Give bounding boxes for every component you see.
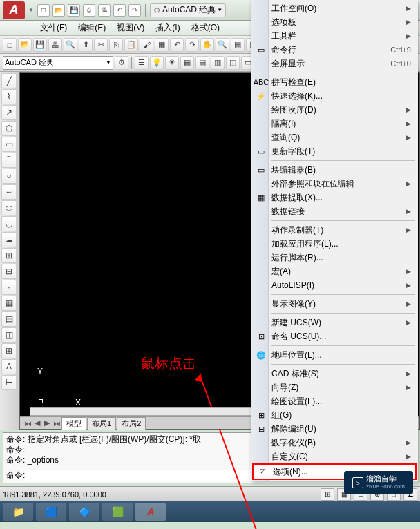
block-button[interactable]: ▦ [155,38,169,52]
menu-insert[interactable]: 插入(I) [150,21,185,35]
task-app3[interactable]: 🔷 [69,503,99,521]
undo-icon[interactable]: ↶ [113,4,126,17]
polygon-tool[interactable]: ⬠ [1,121,17,136]
menu-item[interactable]: CAD 标准(S)▶ [252,367,417,381]
ellipse-tool[interactable]: ⬭ [1,200,17,215]
print-icon[interactable]: 🖶 [98,4,111,17]
menu-item[interactable]: 工具栏▶ [252,29,417,43]
menu-item[interactable]: 向导(Z)▶ [252,381,417,394]
prop3-button[interactable]: ▥ [211,56,225,70]
copy-button[interactable]: ⎘ [109,38,123,52]
menu-item[interactable]: 绘图次序(D)▶ [252,103,417,117]
menu-item[interactable]: 显示图像(Y)▶ [252,297,417,311]
redo-button[interactable]: ↷ [185,38,199,52]
menu-item[interactable]: 绘图设置(F)... [252,394,417,408]
zoom-button[interactable]: 🔍 [216,38,229,52]
sheet-button[interactable]: ▤ [231,38,245,52]
workspace-selector[interactable]: ⚙ AutoCAD 经典 ▼ [150,3,226,17]
prop2-button[interactable]: ▤ [195,56,209,70]
publish-button[interactable]: ⬆ [79,38,93,52]
menu-item[interactable]: 查询(Q)▶ [252,131,417,144]
menu-item[interactable]: ⊞组(G) [252,408,417,422]
dim-tool[interactable]: ⊢ [1,375,17,390]
insert-block-tool[interactable]: ⊞ [1,248,17,263]
menu-item[interactable]: 🌐地理位置(L)... [252,348,417,362]
spline-tool[interactable]: ～ [1,184,17,200]
menu-item[interactable]: 新建 UCS(W)▶ [252,316,417,329]
task-app4[interactable]: 🟩 [102,503,133,521]
region-tool[interactable]: ◫ [1,327,17,343]
tab-first[interactable]: ⏮ [23,419,32,428]
menu-file[interactable]: 文件(F) [35,21,73,35]
redo-icon[interactable]: ↷ [128,4,141,17]
cut-button[interactable]: ✂ [94,38,108,52]
menu-item[interactable]: 数据链接▶ [252,204,417,218]
circle-tool[interactable]: ○ [1,169,17,184]
menu-item[interactable]: 全屏显示Ctrl+0 [252,57,417,70]
plot-button[interactable]: 🖶 [48,38,62,52]
app-menu-dropdown[interactable]: ▼ [28,1,35,19]
menu-item[interactable]: ⊟解除编组(U) [252,422,417,436]
hatch-tool[interactable]: ▦ [1,296,17,311]
save-icon[interactable]: 💾 [68,4,80,17]
snap-toggle[interactable]: ⊞ [321,488,334,501]
menu-item[interactable]: ▭块编辑器(B) [252,163,417,177]
menu-item[interactable]: 数字化仪(B)▶ [252,436,417,450]
ray-tool[interactable]: ↗ [1,105,17,120]
arc-tool[interactable]: ⌒ [1,153,17,168]
tab-next[interactable]: ▶ [42,419,52,428]
prop-button[interactable]: ▦ [180,56,194,70]
menu-item[interactable]: 外部参照和块在位编辑▶ [252,177,417,191]
tab-layout1[interactable]: 布局1 [87,417,116,430]
open-icon[interactable]: 📂 [52,4,65,17]
task-explorer[interactable]: 📁 [3,503,33,521]
saveas-icon[interactable]: ⎙ [83,4,95,17]
gradient-tool[interactable]: ▤ [1,311,17,327]
menu-item[interactable]: 宏(A)▶ [252,264,417,278]
prop4-button[interactable]: ◫ [226,56,240,70]
table-tool[interactable]: ⊞ [1,343,17,358]
menu-item[interactable]: 动作录制器(T)▶ [252,223,417,237]
ws-settings-button[interactable]: ⚙ [115,56,128,70]
menu-view[interactable]: 视图(V) [111,21,150,35]
app-logo[interactable]: A [3,1,25,19]
menu-item[interactable]: 运行脚本(R)... [252,251,417,264]
tab-prev[interactable]: ◀ [32,419,42,428]
workspace-combo[interactable]: AutoCAD 经典 ▼ [3,56,113,70]
new-icon[interactable]: □ [37,4,50,17]
new-button[interactable]: □ [3,38,17,52]
text-tool[interactable]: A [1,359,17,374]
menu-item[interactable]: ABC拼写检查(E) [252,75,417,89]
undo-button[interactable]: ↶ [170,38,184,52]
pan-button[interactable]: ✋ [200,38,214,52]
save-button[interactable]: 💾 [33,38,47,52]
match-button[interactable]: 🖌 [140,38,153,52]
polyline-tool[interactable]: ⌇ [1,89,17,104]
menu-item[interactable]: 选项板▶ [252,15,417,29]
layer-button[interactable]: ☰ [135,56,149,70]
menu-item[interactable]: ▦数据提取(X)... [252,191,417,204]
tab-layout2[interactable]: 布局2 [117,417,146,430]
menu-item[interactable]: 隔离(I)▶ [252,117,417,131]
line-tool[interactable]: ╱ [1,73,17,88]
menu-item[interactable]: 加载应用程序(L)... [252,237,417,251]
light-button[interactable]: 💡 [150,56,164,70]
ellipse-arc-tool[interactable]: ◡ [1,216,17,231]
menu-item[interactable]: ⚡快速选择(K)... [252,89,417,103]
open-button[interactable]: 📂 [18,38,32,52]
make-block-tool[interactable]: ⊟ [1,264,17,279]
point-tool[interactable]: · [1,280,17,295]
task-app2[interactable]: 🟦 [36,503,66,521]
menu-item[interactable]: 工作空间(O)▶ [252,1,417,15]
task-autocad[interactable]: A [135,503,166,521]
menu-item[interactable]: ▭更新字段(T) [252,144,417,158]
sun-button[interactable]: ☀ [165,56,179,70]
menu-item[interactable]: ▭命令行Ctrl+9 [252,43,417,57]
menu-edit[interactable]: 编辑(E) [73,21,111,35]
menu-item[interactable]: 自定义(C)▶ [252,450,417,463]
tab-last[interactable]: ⏭ [52,419,61,428]
preview-button[interactable]: 🔍 [64,38,77,52]
paste-button[interactable]: 📋 [124,38,138,52]
menu-format[interactable]: 格式(O) [186,21,225,35]
menu-item[interactable]: AutoLISP(I)▶ [252,278,417,292]
